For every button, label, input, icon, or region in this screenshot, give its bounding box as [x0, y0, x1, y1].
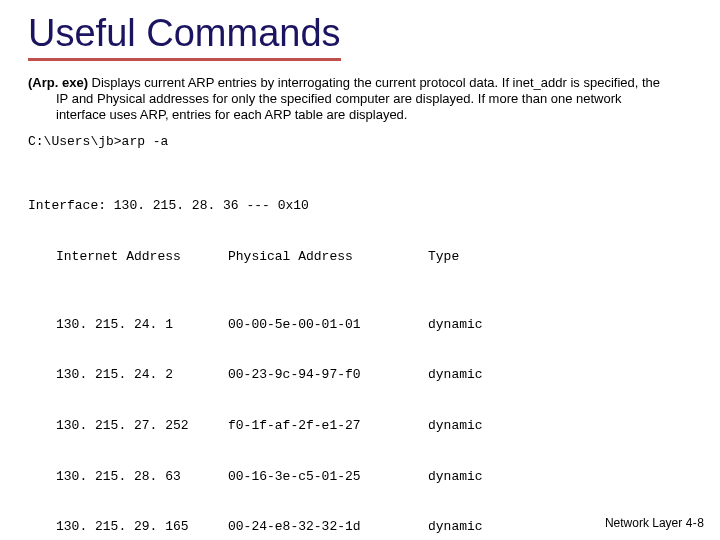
interface-line: Interface: 130. 215. 28. 36 --- 0x10	[28, 198, 692, 215]
cell-ip: 130. 215. 24. 2	[28, 367, 228, 384]
footer-section: Network Layer	[605, 516, 682, 530]
cell-mac: 00-16-3e-c5-01-25	[228, 469, 428, 486]
table-row: 130. 215. 29. 165 00-24-e8-32-32-1d dyna…	[28, 519, 692, 536]
footer-page-num: 8	[697, 516, 704, 530]
footer: Network Layer 4-8	[605, 516, 704, 530]
arp-header-row: Internet Address Physical Address Type	[28, 249, 692, 266]
table-row: 130. 215. 28. 63 00-16-3e-c5-01-25 dynam…	[28, 469, 692, 486]
cell-type: dynamic	[428, 317, 548, 334]
title-wrap: Useful Commands	[28, 14, 341, 61]
cell-ip: 130. 215. 28. 63	[28, 469, 228, 486]
title-underline	[28, 58, 341, 61]
cell-type: dynamic	[428, 469, 548, 486]
command-prompt: C:\Users\jb>arp -a	[28, 134, 692, 151]
cell-type: dynamic	[428, 519, 548, 536]
cell-ip: 130. 215. 29. 165	[28, 519, 228, 536]
slide: Useful Commands (Arp. exe) Displays curr…	[0, 0, 720, 540]
description: (Arp. exe) Displays current ARP entries …	[28, 75, 668, 124]
page-title: Useful Commands	[28, 14, 341, 56]
cell-mac: f0-1f-af-2f-e1-27	[228, 418, 428, 435]
table-row: 130. 215. 24. 1 00-00-5e-00-01-01 dynami…	[28, 317, 692, 334]
table-row: 130. 215. 27. 252 f0-1f-af-2f-e1-27 dyna…	[28, 418, 692, 435]
col-header-ip: Internet Address	[28, 249, 228, 266]
cell-type: dynamic	[428, 367, 548, 384]
cmd-name: (Arp. exe)	[28, 75, 88, 90]
cell-ip: 130. 215. 24. 1	[28, 317, 228, 334]
table-row: 130. 215. 24. 2 00-23-9c-94-97-f0 dynami…	[28, 367, 692, 384]
cell-mac: 00-00-5e-00-01-01	[228, 317, 428, 334]
cell-type: dynamic	[428, 418, 548, 435]
cell-mac: 00-24-e8-32-32-1d	[228, 519, 428, 536]
cell-mac: 00-23-9c-94-97-f0	[228, 367, 428, 384]
description-text: Displays current ARP entries by interrog…	[56, 75, 660, 123]
col-header-type: Type	[428, 249, 548, 266]
col-header-mac: Physical Address	[228, 249, 428, 266]
description-line: (Arp. exe) Displays current ARP entries …	[28, 75, 668, 124]
footer-page-prefix: 4-	[686, 516, 698, 530]
arp-output: Interface: 130. 215. 28. 36 --- 0x10 Int…	[28, 165, 692, 540]
cell-ip: 130. 215. 27. 252	[28, 418, 228, 435]
